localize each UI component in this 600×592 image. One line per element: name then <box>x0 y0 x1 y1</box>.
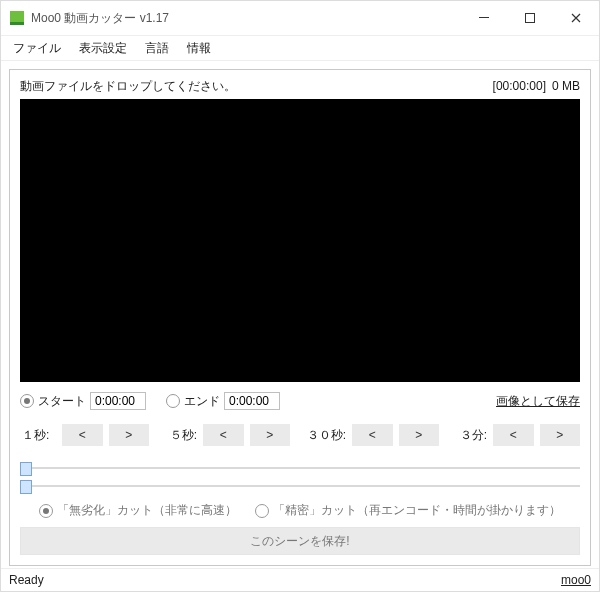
maximize-button[interactable] <box>507 2 553 34</box>
video-header: 動画ファイルをドロップしてください。 [00:00:00] 0 MB <box>20 78 580 95</box>
nudge-5s-back-button[interactable]: < <box>203 424 244 446</box>
video-preview[interactable] <box>20 99 580 382</box>
nudge-3m-label: ３分: <box>445 427 487 444</box>
start-time-input[interactable] <box>90 392 146 410</box>
titlebar[interactable]: Moo0 動画カッター v1.17 <box>1 1 599 36</box>
client-area: 動画ファイルをドロップしてください。 [00:00:00] 0 MB スタート … <box>1 61 599 568</box>
nudge-5s-fwd-button[interactable]: > <box>250 424 291 446</box>
nudge-1s-fwd-button[interactable]: > <box>109 424 150 446</box>
statusbar: Ready moo0 <box>1 568 599 591</box>
menu-info[interactable]: 情報 <box>179 38 219 59</box>
save-scene-button[interactable]: このシーンを保存! <box>20 527 580 555</box>
svg-rect-1 <box>10 11 24 22</box>
cut-mode-row: 「無劣化」カット（非常に高速） 「精密」カット（再エンコード・時間が掛かります） <box>20 502 580 519</box>
nudge-30s-back-button[interactable]: < <box>352 424 393 446</box>
precise-radio[interactable] <box>255 504 269 518</box>
lossless-radio[interactable] <box>39 504 53 518</box>
menubar: ファイル 表示設定 言語 情報 <box>1 36 599 61</box>
nudge-30s-label: ３０秒: <box>296 427 346 444</box>
start-slider[interactable] <box>20 460 580 476</box>
svg-rect-4 <box>526 14 535 23</box>
status-text: Ready <box>9 573 44 587</box>
nudge-5s-label: ５秒: <box>155 427 197 444</box>
start-label: スタート <box>38 393 86 410</box>
nudge-1s-back-button[interactable]: < <box>62 424 103 446</box>
menu-language[interactable]: 言語 <box>137 38 177 59</box>
nudge-3m-fwd-button[interactable]: > <box>540 424 581 446</box>
svg-rect-3 <box>479 17 489 18</box>
menu-view[interactable]: 表示設定 <box>71 38 135 59</box>
svg-rect-2 <box>10 22 24 25</box>
video-duration: [00:00:00] <box>493 79 546 93</box>
nudge-1s-label: １秒: <box>20 427 56 444</box>
minimize-button[interactable] <box>461 2 507 34</box>
nudge-row: １秒: < > ５秒: < > ３０秒: < > ３分: < > <box>20 422 580 452</box>
end-radio[interactable] <box>166 394 180 408</box>
save-scene-label: このシーンを保存! <box>250 533 349 550</box>
time-row: スタート エンド 画像として保存 <box>20 392 580 410</box>
end-time-input[interactable] <box>224 392 280 410</box>
start-radio[interactable] <box>20 394 34 408</box>
nudge-3m-back-button[interactable]: < <box>493 424 534 446</box>
end-slider[interactable] <box>20 478 580 494</box>
save-as-image-link[interactable]: 画像として保存 <box>496 393 580 410</box>
drop-hint: 動画ファイルをドロップしてください。 <box>20 78 236 95</box>
end-label: エンド <box>184 393 220 410</box>
status-link[interactable]: moo0 <box>561 573 591 587</box>
lossless-label: 「無劣化」カット（非常に高速） <box>57 502 237 519</box>
precise-label: 「精密」カット（再エンコード・時間が掛かります） <box>273 502 561 519</box>
video-filesize: 0 MB <box>552 79 580 93</box>
sliders <box>20 458 580 496</box>
app-window: Moo0 動画カッター v1.17 ファイル 表示設定 言語 情報 動画ファイル… <box>0 0 600 592</box>
close-button[interactable] <box>553 2 599 34</box>
main-panel: 動画ファイルをドロップしてください。 [00:00:00] 0 MB スタート … <box>9 69 591 566</box>
menu-file[interactable]: ファイル <box>5 38 69 59</box>
window-title: Moo0 動画カッター v1.17 <box>31 10 169 27</box>
app-icon <box>9 10 25 26</box>
nudge-30s-fwd-button[interactable]: > <box>399 424 440 446</box>
